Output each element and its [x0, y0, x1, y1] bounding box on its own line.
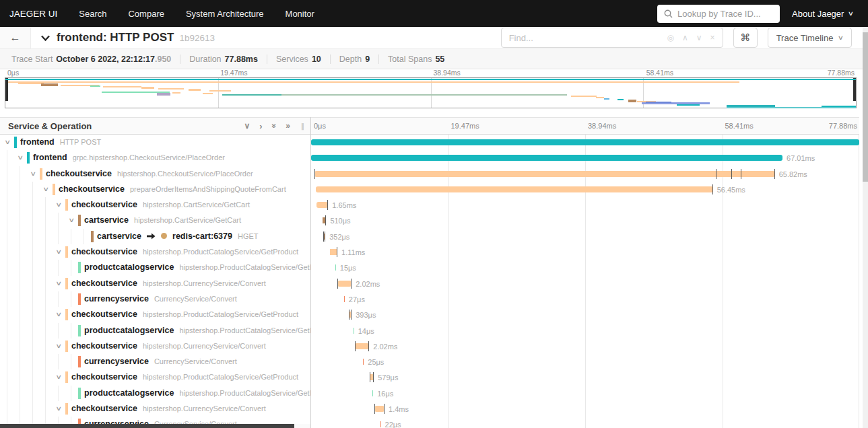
collapse-one-icon[interactable]: ∨ [244, 121, 250, 131]
span-duration-bar[interactable] [380, 421, 381, 427]
span-tree-row[interactable]: cartserviceredis-cart:6379HGET [0, 229, 310, 244]
next-match-icon[interactable]: ∨ [696, 33, 702, 42]
span-bar-row[interactable]: 16μs [311, 386, 859, 401]
app-brand[interactable]: JAEGER UI [0, 9, 68, 19]
expand-chevron-icon[interactable]: ∨ [55, 201, 62, 208]
collapse-all-icon[interactable]: » [269, 124, 279, 129]
nav-item-search[interactable]: Search [68, 9, 117, 19]
span-duration-bar[interactable] [316, 186, 713, 192]
nav-item-monitor[interactable]: Monitor [275, 9, 325, 19]
trace-summary-bar: Trace Start October 6 2022, 22:12:17.950… [0, 48, 863, 69]
expand-chevron-icon[interactable]: ∨ [55, 311, 62, 318]
span-bar-start-cap [355, 341, 356, 351]
span-tree-row[interactable]: ∨cartservicehipstershop.CartService/GetC… [0, 213, 310, 228]
span-duration-bar[interactable] [311, 139, 859, 145]
span-bar-row[interactable]: 510μs [311, 213, 859, 228]
minimap-right-drag-handle[interactable] [853, 78, 856, 101]
span-tree-row[interactable]: ∨frontendHTTP POST [0, 135, 310, 150]
service-name: cartservice [97, 231, 141, 241]
span-tree-row[interactable]: ∨checkoutservicehipstershop.CheckoutServ… [0, 166, 310, 182]
span-tree-row[interactable]: productcatalogservicehipstershop.Product… [0, 386, 310, 401]
span-bar-row[interactable] [311, 135, 859, 150]
span-duration-bar[interactable] [337, 281, 352, 287]
vertical-scrollbar[interactable] [863, 27, 868, 428]
indent-guide [32, 182, 33, 197]
span-tree-row[interactable]: ∨checkoutserviceprepareOrderItemsAndShip… [0, 182, 310, 197]
keyboard-shortcuts-button[interactable]: ⌘ [733, 28, 758, 48]
about-jaeger-menu[interactable]: About Jaeger ∨ [792, 9, 853, 19]
span-bar-row[interactable]: 15μs [311, 260, 859, 275]
span-tree-row[interactable]: productcatalogservicehipstershop.Product… [0, 260, 310, 275]
span-duration-bar[interactable] [363, 359, 364, 365]
span-bar-row[interactable]: 579μs [311, 369, 859, 385]
span-bar-row[interactable]: 2.02ms [311, 276, 859, 291]
focus-match-icon[interactable]: ◎ [667, 33, 674, 42]
span-tree-row[interactable]: currencyserviceCurrencyService/Convert [0, 291, 310, 307]
expand-chevron-icon[interactable]: ∨ [55, 280, 62, 287]
expand-chevron-icon[interactable]: ∨ [55, 405, 62, 412]
span-bar-row[interactable]: 25μs [311, 354, 859, 369]
span-duration-bar[interactable] [354, 328, 354, 334]
span-duration-bar[interactable] [344, 296, 345, 302]
indent-guide [32, 369, 33, 385]
span-tree-row[interactable]: ∨checkoutservicehipstershop.CurrencyServ… [0, 401, 310, 417]
span-tree-row[interactable]: ∨frontendgrpc.hipstershop.CheckoutServic… [0, 150, 310, 166]
expand-one-icon[interactable]: › [259, 121, 262, 131]
span-bar-row[interactable]: 22μs [311, 417, 859, 428]
expand-chevron-icon[interactable]: ∨ [17, 154, 24, 161]
span-bar-row[interactable]: 1.11ms [311, 244, 859, 260]
span-duration-bar[interactable] [372, 390, 373, 396]
span-tree-row[interactable]: ∨checkoutservicehipstershop.ProductCatal… [0, 244, 310, 260]
span-bar-row[interactable]: 2.02ms [311, 338, 859, 354]
span-tree-row[interactable]: ∨checkoutservicehipstershop.CurrencyServ… [0, 276, 310, 291]
expand-chevron-icon[interactable]: ∨ [55, 373, 62, 380]
expand-chevron-icon[interactable]: ∨ [42, 186, 49, 192]
span-bar-end-cap [327, 200, 328, 210]
clear-find-icon[interactable]: × [710, 33, 715, 42]
horizontal-scrollbar-thumb[interactable] [0, 424, 294, 428]
span-duration-label: 15μs [340, 264, 356, 272]
find-input[interactable]: Find... ◎ ∧ ∨ × [501, 28, 723, 48]
span-bar-row[interactable]: 393μs [311, 307, 859, 322]
expand-chevron-icon[interactable]: ∨ [30, 170, 36, 177]
nav-item-system-architecture[interactable]: System Architecture [175, 9, 275, 19]
trace-minimap[interactable] [5, 77, 857, 108]
span-bar-row[interactable]: 352μs [311, 229, 859, 244]
expand-chevron-icon[interactable]: ∨ [55, 343, 62, 349]
nav-item-compare[interactable]: Compare [117, 9, 174, 19]
span-bar-row[interactable]: 65.82ms [311, 166, 859, 182]
operation-name: hipstershop.CartService/GetCart [143, 201, 250, 209]
span-bar-row[interactable]: 27μs [311, 291, 859, 307]
prev-match-icon[interactable]: ∧ [682, 33, 688, 42]
horizontal-scrollbar[interactable] [0, 424, 311, 428]
span-duration-bar[interactable] [314, 171, 775, 177]
span-duration-bar[interactable] [355, 343, 369, 349]
column-resizer-grip[interactable]: ∥ [300, 122, 304, 130]
back-button[interactable]: ← [0, 27, 31, 48]
span-tree-row[interactable]: currencyserviceCurrencyService/Convert [0, 354, 310, 369]
span-duration-bar[interactable] [316, 202, 328, 208]
service-name: checkoutservice [59, 184, 125, 194]
expand-chevron-icon[interactable]: ∨ [68, 217, 75, 223]
expand-all-icon[interactable]: » [286, 121, 290, 131]
collapse-trace-chevron-icon[interactable] [40, 34, 51, 42]
span-bar-row[interactable]: 14μs [311, 323, 859, 338]
span-bar-row[interactable]: 1.65ms [311, 197, 859, 213]
trace-id-lookup-input[interactable]: Lookup by Trace ID... [657, 5, 780, 23]
span-bar-row[interactable]: 1.4ms [311, 401, 859, 417]
span-bar-row[interactable]: 56.45ms [311, 182, 859, 197]
span-tree-row[interactable]: ∨checkoutservicehipstershop.ProductCatal… [0, 369, 310, 385]
span-tree-row[interactable]: productcatalogservicehipstershop.Product… [0, 323, 310, 338]
span-name-label: productcatalogservicehipstershop.Product… [84, 326, 311, 335]
expand-chevron-icon[interactable]: ∨ [55, 248, 62, 255]
vertical-scrollbar-thumb[interactable] [863, 32, 868, 182]
span-duration-bar[interactable] [335, 264, 336, 271]
span-bar-row[interactable]: 67.01ms [311, 150, 859, 166]
span-duration-bar[interactable] [374, 406, 385, 412]
span-tree-row[interactable]: ∨checkoutservicehipstershop.CurrencyServ… [0, 338, 310, 354]
span-duration-bar[interactable] [311, 155, 782, 161]
span-tree-row[interactable]: ∨checkoutservicehipstershop.ProductCatal… [0, 307, 310, 322]
expand-chevron-icon[interactable]: ∨ [4, 139, 11, 145]
span-tree-row[interactable]: ∨checkoutservicehipstershop.CartService/… [0, 197, 310, 213]
trace-view-select[interactable]: Trace Timeline ∨ [768, 28, 852, 48]
